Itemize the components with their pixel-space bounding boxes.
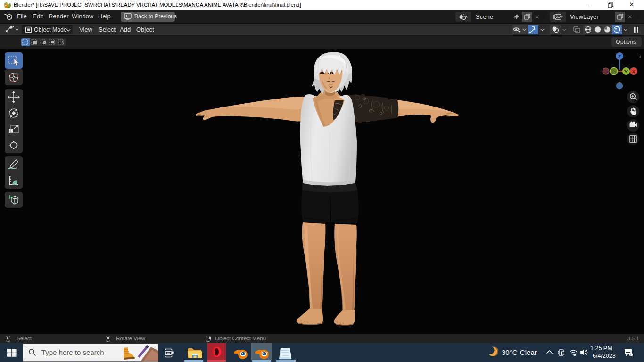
svg-text:X: X <box>632 69 636 74</box>
svg-text:Z: Z <box>618 54 621 59</box>
